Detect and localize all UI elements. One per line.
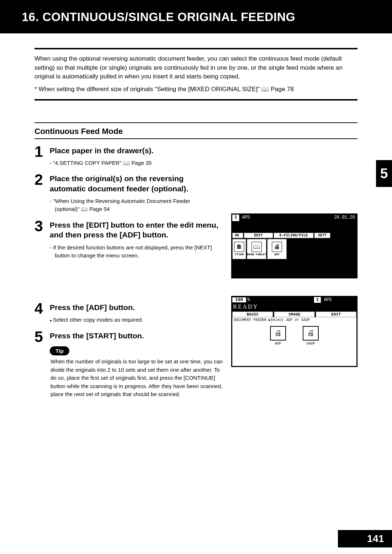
tip-badge: Tip [50, 346, 69, 355]
lcd-badge: 1 [314, 297, 321, 303]
lcd-percent: 100 [232, 297, 246, 302]
lcd-tab: EDIT [316, 311, 356, 317]
lcd-aps: APS [322, 297, 333, 303]
step-4: 4 Press the [ADF] button. Select other c… [34, 301, 225, 324]
step-number: 1 [34, 144, 46, 159]
step-5: 5 Press the [START] button. Tip When the… [34, 329, 225, 399]
step-1: 1 Place paper in the drawer(s). "4.SETTI… [34, 144, 358, 167]
lcd-tab: E-FILING/FILE [274, 233, 314, 238]
divider [34, 99, 358, 101]
page-number: 141 [338, 530, 392, 547]
intro-text: When using the optional reversing automa… [34, 54, 358, 81]
step-title: Press the [ADF] button. [50, 301, 225, 312]
step-subtext: Select other copy modes as required. [55, 316, 225, 324]
lcd-aps: APS [241, 215, 252, 221]
lcd-button-label: CTION [235, 253, 244, 256]
lcd-tab: GE [232, 233, 243, 238]
step-number: 3 [34, 219, 46, 234]
step-title: Press the [EDIT] button to enter the edi… [50, 219, 225, 240]
page-header: 16. CONTINUOUS/SINGLE ORIGINAL FEEDING [0, 0, 392, 33]
doc-icon: 🗎 [234, 242, 244, 252]
step-2: 2 Place the original(s) on the reversing… [34, 172, 358, 213]
book-tablet-icon: 📖 [252, 242, 262, 252]
lcd-status-line: DOCUMENT FEEDER ▶Select ADF or SADF [232, 317, 356, 322]
step-number: 4 [34, 301, 46, 316]
lcd-tab: IMAGE [274, 311, 315, 317]
lcd-badge: 1 [232, 215, 239, 221]
adf-icon: 🖨 [272, 242, 282, 252]
lcd-sadf-button: 🖨 SADF [300, 326, 322, 346]
step-subtext: "When Using the Reversing Automatic Docu… [55, 197, 202, 213]
page-title: 16. CONTINUOUS/SINGLE ORIGINAL FEEDING [22, 10, 370, 24]
lcd-button-label: BOOK↔TABLET [247, 253, 266, 256]
lcd-tab: BASIC [232, 311, 273, 317]
step-subtext: If the desired function buttons are not … [55, 244, 225, 260]
lcd-tab: SETT [314, 233, 330, 238]
lcd-button-label: ADF [274, 253, 279, 256]
chapter-tab: 5 [376, 160, 392, 187]
lcd-screenshot-1: 1 APS 28.01.20 GE EDIT E-FILING/FILE SET… [231, 213, 358, 278]
page-content: When using the optional reversing automa… [0, 33, 392, 399]
adf-icon: 🖨 [270, 326, 286, 341]
section-heading: Continuous Feed Mode [34, 122, 358, 139]
step-title: Place the original(s) on the reversing a… [50, 172, 202, 194]
step-title: Place paper in the drawer(s). [50, 144, 358, 155]
lcd-date: 28.01.20 [332, 215, 356, 221]
lcd-tab: EDIT [244, 233, 273, 238]
note-text: * When setting the different size of ori… [34, 85, 358, 94]
lcd-adf-button: 🖨 ADF [267, 326, 289, 346]
lcd-button: 🖨 ADF [267, 239, 287, 259]
lcd-button-label: ADF [275, 342, 281, 346]
step-subtext: "4.SETTING COPY PAPER" 📖 Page 35 [55, 159, 358, 167]
sadf-icon: 🖨 [303, 326, 319, 341]
divider [34, 48, 358, 49]
lcd-screenshot-2: 100 % 1 APS READY BASIC IMAGE EDIT DOCUM… [231, 296, 358, 367]
step-title: Press the [START] button. [50, 329, 225, 341]
step-number: 5 [34, 329, 46, 345]
step-3: 3 Press the [EDIT] button to enter the e… [34, 219, 225, 260]
step-number: 2 [34, 172, 46, 187]
tip-text: When the number of originals is too larg… [50, 358, 225, 399]
lcd-button-label: SADF [306, 342, 315, 346]
lcd-button: 🗎 CTION [232, 239, 246, 259]
lcd-button: 📖 BOOK↔TABLET [247, 239, 266, 259]
lcd-ready: READY [233, 304, 356, 310]
lcd-percent-symbol: % [248, 297, 250, 302]
